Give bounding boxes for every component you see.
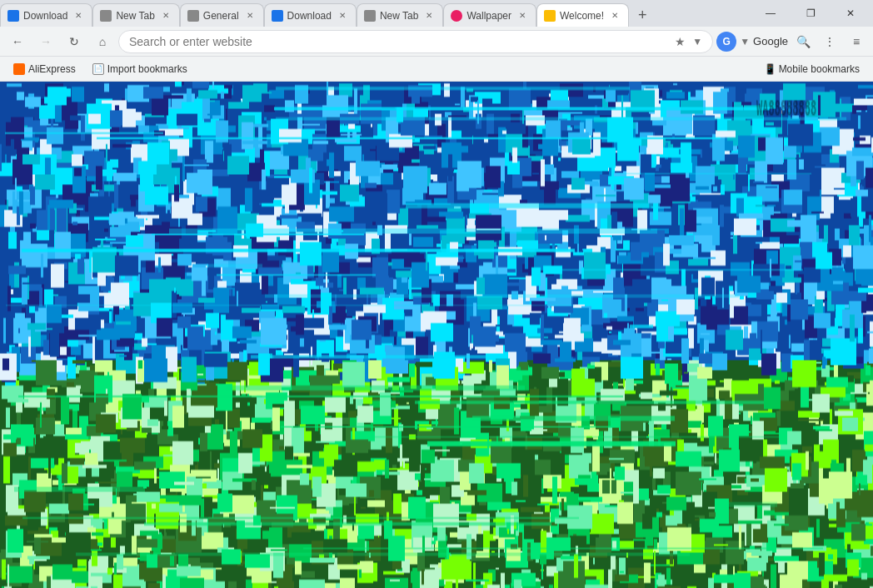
content-area [0,82,873,588]
bookmark-import[interactable]: 📄 Import bookmarks [86,61,194,77]
back-button[interactable]: ← [5,30,30,53]
new-tab-button[interactable]: + [631,3,654,27]
expand-address-icon[interactable]: ▼ [692,36,702,47]
tab-label-6: Wallpaper [466,10,511,22]
tab-close-2[interactable]: ✕ [159,9,172,22]
tab-favicon-6 [451,10,462,22]
tab-welcome[interactable]: Welcome! ✕ [536,3,629,27]
tab-favicon-7 [544,10,556,22]
profile-dropdown-icon[interactable]: ▼ [740,36,750,47]
tab-favicon-4 [272,10,283,22]
restore-button[interactable]: ❐ [791,0,830,27]
import-label: Import bookmarks [107,63,187,75]
tabs-area: Download ✕ New Tab ✕ General ✕ Download … [0,0,743,27]
title-bar: Download ✕ New Tab ✕ General ✕ Download … [0,0,873,27]
tab-label-5: New Tab [380,10,418,22]
menu-button[interactable]: ≡ [845,30,868,53]
tab-download-2[interactable]: Download ✕ [264,3,357,27]
tab-newtab-1[interactable]: New Tab ✕ [92,3,179,27]
tab-label-4: Download [287,10,332,22]
tab-label-7: Welcome! [560,10,604,22]
mobile-bookmarks-favicon: 📱 [764,63,776,75]
google-signin[interactable]: G ▼ Google [716,32,788,52]
aliexpress-favicon [13,63,25,75]
search-icon-btn[interactable]: 🔍 [791,30,815,53]
import-favicon: 📄 [92,63,104,75]
mobile-bookmarks-item[interactable]: 📱 Mobile bookmarks [757,61,866,77]
tab-favicon-1 [7,10,19,22]
tab-favicon-5 [364,10,376,22]
tab-download-1[interactable]: Download ✕ [0,3,92,27]
bookmark-star-icon[interactable]: ★ [675,35,686,48]
close-button[interactable]: ✕ [831,0,870,27]
tab-label-2: New Tab [116,10,154,22]
google-label: Google [753,35,788,47]
tab-close-7[interactable]: ✕ [608,9,621,22]
aliexpress-label: AliExpress [28,63,76,75]
tab-close-6[interactable]: ✕ [516,9,529,22]
bookmark-aliexpress[interactable]: AliExpress [7,61,82,77]
tab-label-1: Download [23,10,67,22]
tab-close-5[interactable]: ✕ [422,9,436,22]
tab-close-4[interactable]: ✕ [336,9,349,22]
tab-newtab-2[interactable]: New Tab ✕ [357,3,443,27]
tab-favicon-3 [187,10,199,22]
tab-close-1[interactable]: ✕ [72,9,85,22]
home-button[interactable]: ⌂ [90,30,115,53]
extensions-button[interactable]: ⋮ [818,30,841,53]
forward-button[interactable]: → [33,30,58,53]
window-controls: — ❐ ✕ [743,0,873,27]
search-input[interactable] [129,35,668,48]
tab-general[interactable]: General ✕ [180,3,264,27]
mobile-bookmarks-label: Mobile bookmarks [779,63,860,75]
address-bar[interactable]: ★ ▼ [118,30,713,53]
tab-wallpaper[interactable]: Wallpaper ✕ [443,3,536,27]
glitch-image [0,82,873,588]
tab-close-3[interactable]: ✕ [243,9,257,22]
tab-favicon-2 [100,10,112,22]
bookmarks-bar: AliExpress 📄 Import bookmarks 📱 Mobile b… [0,57,873,82]
tab-label-3: General [203,10,239,22]
minimize-button[interactable]: — [751,0,790,27]
refresh-button[interactable]: ↻ [62,30,87,53]
profile-avatar: G [716,32,736,52]
navigation-bar: ← → ↻ ⌂ ★ ▼ G ▼ Google 🔍 ⋮ ≡ [0,27,873,57]
